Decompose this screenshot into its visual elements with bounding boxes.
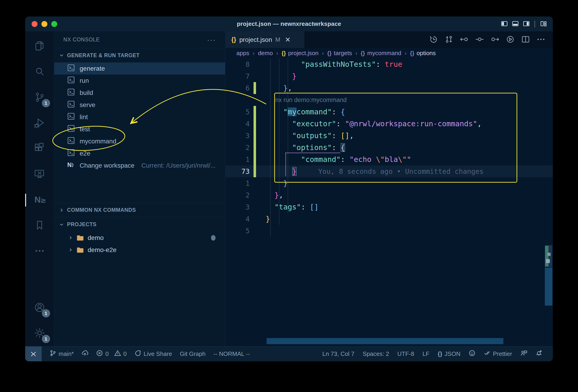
activity-bar-item-settings[interactable]: 1	[25, 321, 54, 346]
close-window-button[interactable]	[32, 21, 38, 27]
fetch-icon[interactable]	[444, 35, 454, 45]
prev-change-icon[interactable]	[460, 35, 469, 45]
horizontal-scrollbar[interactable]	[267, 338, 503, 344]
toggle-sidebar-right-icon[interactable]	[523, 20, 530, 28]
activity-bar-item-source-control[interactable]: 1	[25, 85, 54, 110]
breadcrumb-item-demo[interactable]: demo	[258, 50, 273, 57]
vertical-scrollbar-thumb[interactable]	[545, 267, 552, 305]
status-person-feedback[interactable]	[520, 350, 527, 358]
cloud-icon	[82, 350, 88, 358]
minimize-window-button[interactable]	[42, 21, 47, 27]
code-line: 73 }You, 8 seconds ago • Uncommitted cha…	[225, 165, 553, 177]
status-prettier[interactable]: Prettier	[484, 350, 512, 358]
status-eol[interactable]: LF	[422, 350, 429, 357]
sidebar-item-run[interactable]: run	[54, 75, 225, 87]
activity-bar-item-accounts[interactable]: 1	[25, 295, 54, 321]
braces-icon: {}	[361, 50, 365, 56]
next-change-icon[interactable]	[490, 35, 499, 45]
remote-indicator[interactable]	[25, 347, 42, 361]
code-line: 3 "outputs": [],	[225, 130, 553, 142]
project-row-demo[interactable]: demo	[54, 232, 225, 244]
breadcrumb-label: demo	[258, 50, 273, 57]
section-common-nx-commands[interactable]: COMMON NX COMMANDS	[54, 203, 225, 217]
line-number: 3	[225, 203, 253, 211]
svg-text:N: N	[35, 195, 41, 205]
status-cursor-position[interactable]: Ln 73, Col 7	[322, 350, 354, 357]
status-encoding[interactable]: UTF-8	[397, 350, 414, 357]
status-label: -- NORMAL --	[213, 350, 250, 357]
line-number: 6	[225, 84, 253, 92]
code-line: 3 "tags": []	[225, 201, 553, 213]
activity-bar-item-run-debug[interactable]	[25, 110, 54, 136]
status-indentation[interactable]: Spaces: 2	[363, 350, 389, 357]
sidebar-item-e2e[interactable]: e2e	[54, 147, 225, 159]
status-label: Prettier	[493, 350, 512, 357]
overview-ruler-modified[interactable]	[545, 246, 548, 266]
activity-bar-item-bookmarks[interactable]	[25, 213, 54, 239]
activity-bar-item-explorer[interactable]	[25, 34, 54, 59]
status-git-branch[interactable]: main*	[49, 350, 74, 358]
breadcrumb-item-targets[interactable]: {}targets	[327, 50, 352, 57]
gutter	[253, 201, 256, 213]
git-blame-annotation: You, 8 seconds ago • Uncommitted changes	[318, 167, 483, 175]
minimap-mark[interactable]	[546, 259, 550, 263]
change-icon[interactable]	[475, 35, 484, 45]
status-sync[interactable]	[82, 350, 88, 358]
section-projects[interactable]: PROJECTS	[54, 217, 225, 232]
section-generate-run-target[interactable]: GENERATE & RUN TARGET	[54, 48, 225, 62]
codelens-run-command[interactable]: nx run demo:mycommand	[275, 96, 347, 104]
code-editor[interactable]: 8 "passWithNoTests": true7 }6 },nx run d…	[225, 58, 553, 346]
timeline-icon[interactable]	[429, 35, 438, 45]
status-language-mode[interactable]: {}JSON	[438, 350, 461, 357]
sidebar-item-change-workspace[interactable]: N⟩Change workspaceCurrent: /Users/juri/n…	[54, 159, 225, 172]
status-git-graph[interactable]: Git Graph	[180, 350, 206, 357]
activity-bar-item-more[interactable]	[25, 239, 54, 264]
status-feedback[interactable]	[469, 350, 476, 358]
breadcrumb-separator-icon: ›	[322, 50, 324, 56]
code-text: "passWithNoTests": true	[266, 58, 402, 70]
sidebar-item-serve[interactable]: serve	[54, 99, 225, 111]
sidebar-item-lint[interactable]: lint	[54, 111, 225, 123]
status-bar: main*00Live ShareGit Graph-- NORMAL -- L…	[25, 346, 553, 361]
breadcrumb-separator-icon: ›	[355, 50, 357, 56]
history-play-icon[interactable]	[506, 35, 515, 45]
line-number: 3	[225, 132, 253, 140]
breadcrumb-item-apps[interactable]: apps	[236, 50, 249, 57]
code-line: 1 "command": "echo \"bla\""	[225, 153, 553, 165]
status-problems[interactable]: 00	[96, 350, 127, 358]
activity-bar-item-search[interactable]	[25, 59, 54, 85]
sidebar-more-actions-icon[interactable]: ···	[207, 36, 216, 44]
zoom-window-button[interactable]	[51, 21, 57, 27]
toggle-panel-icon[interactable]	[512, 20, 519, 28]
activity-bar-item-remote-explorer[interactable]	[25, 162, 54, 187]
project-row-demo-e2e[interactable]: demo-e2e	[54, 244, 225, 256]
activity-bar-item-nx-console[interactable]: N≥	[25, 187, 54, 213]
code-line: 2 "options": {	[225, 142, 553, 153]
terminal-icon	[67, 100, 75, 110]
breadcrumb-item-options[interactable]: {}options	[410, 50, 436, 57]
modified-gutter-indicator	[253, 106, 256, 118]
status-notifications[interactable]	[535, 350, 542, 358]
status-vim-mode[interactable]: -- NORMAL --	[213, 350, 250, 357]
sidebar-item-generate[interactable]: generate	[54, 62, 225, 75]
customize-layout-icon[interactable]	[540, 20, 547, 28]
minimap-mark[interactable]	[547, 253, 551, 256]
breadcrumb-item-mycommand[interactable]: {}mycommand	[361, 50, 401, 57]
chevron-right-icon	[59, 208, 64, 213]
breadcrumb-item-project-json[interactable]: {}project.json	[282, 50, 319, 57]
breadcrumb-label: project.json	[288, 50, 319, 57]
more-icon[interactable]	[536, 35, 545, 45]
activity-bar-item-extensions[interactable]	[25, 136, 54, 162]
sidebar-item-label: serve	[80, 101, 95, 109]
status-live-share[interactable]: Live Share	[134, 350, 172, 358]
sidebar-item-mycommand[interactable]: mycommand	[54, 135, 225, 147]
sidebar-item-build[interactable]: build	[54, 87, 225, 99]
toggle-sidebar-left-icon[interactable]	[501, 20, 508, 28]
code-line: 6 },	[225, 82, 553, 94]
tab-close-icon[interactable]: ✕	[285, 36, 290, 44]
split-editor-icon[interactable]	[521, 35, 530, 45]
indent-guide	[288, 58, 288, 213]
sidebar-item-test[interactable]: test	[54, 123, 225, 135]
tab-project-json[interactable]: {} project.json M ✕	[225, 31, 305, 48]
titlebar[interactable]: project.json — newnxreactwrkspace	[25, 16, 553, 31]
